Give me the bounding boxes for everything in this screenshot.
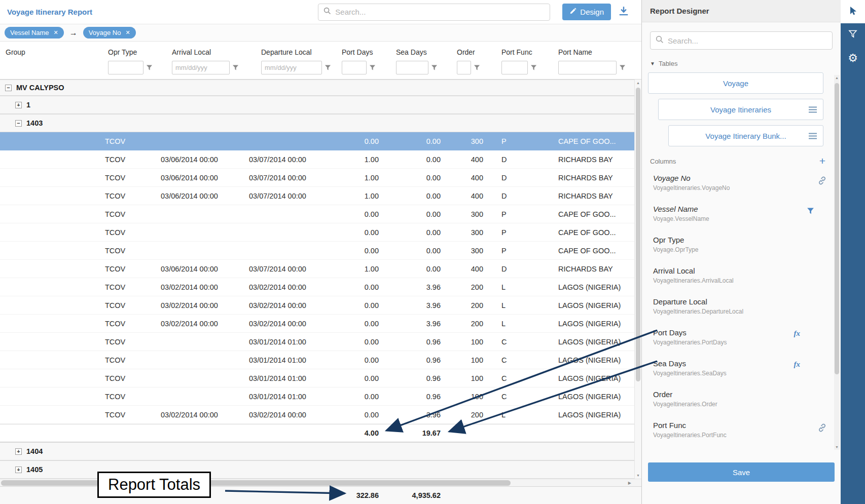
data-row[interactable]: TCOV03/01/2014 01:000.000.96100CLAGOS (N…	[0, 369, 635, 387]
scroll-down-icon[interactable]: ▼	[834, 445, 840, 449]
data-row[interactable]: TCOV03/02/2014 00:0003/02/2014 00:000.00…	[0, 278, 635, 296]
designer-column-port-func[interactable]: Port FuncVoyageItineraries.PortFunc	[642, 417, 841, 448]
data-row[interactable]: TCOV03/06/2014 00:0003/07/2014 00:001.00…	[0, 169, 635, 187]
column-header-port-func[interactable]: Port Func	[487, 48, 544, 56]
designer-column-port-days[interactable]: Port DaysVoyageItineraries.PortDaysfx	[642, 324, 841, 355]
designer-column-departure-local[interactable]: Departure LocalVoyageItineraries.Departu…	[642, 293, 841, 324]
data-row[interactable]: TCOV03/02/2014 00:0003/02/2014 00:000.00…	[0, 406, 635, 424]
data-row[interactable]: TCOV03/01/2014 01:000.000.96100CLAGOS (N…	[0, 387, 635, 406]
column-header-departure-local[interactable]: Departure Local	[246, 48, 338, 56]
designer-column-order[interactable]: OrderVoyageItineraries.Order	[642, 386, 841, 417]
column-filter-input-departure-local[interactable]	[261, 61, 322, 74]
column-header-arrival-local[interactable]: Arrival Local	[160, 48, 246, 56]
report-search-input[interactable]	[335, 8, 545, 16]
chip-remove-icon[interactable]: ✕	[54, 29, 58, 36]
column-header-port-name[interactable]: Port Name	[544, 48, 635, 56]
table-button-voyage[interactable]: Voyage	[648, 72, 823, 94]
data-row[interactable]: TCOV0.000.00300PCAPE OF GOO...	[0, 242, 635, 260]
data-row[interactable]: TCOV03/06/2014 00:0003/07/2014 00:001.00…	[0, 260, 635, 278]
column-filter-input-sea-days[interactable]	[396, 61, 428, 74]
column-header-order[interactable]: Order	[445, 48, 487, 56]
report-search-box[interactable]	[318, 4, 550, 21]
column-filter-input-order[interactable]	[457, 61, 471, 74]
vertical-scrollbar-thumb[interactable]	[636, 88, 640, 381]
designer-column-voyage-no[interactable]: Voyage NoVoyageItineraries.VoyageNo	[642, 170, 841, 201]
settings-tool-button[interactable]: ⚙	[841, 47, 865, 70]
column-filter-input-arrival-local[interactable]	[172, 61, 230, 74]
filter-funnel-icon[interactable]	[146, 64, 153, 71]
horizontal-scrollbar[interactable]: ▶	[0, 479, 641, 486]
designer-search-box[interactable]	[650, 31, 833, 50]
group-chip-vessel-name[interactable]: Vessel Name✕	[5, 27, 64, 38]
column-filter-input-port-name[interactable]	[558, 61, 617, 74]
data-row[interactable]: TCOV03/06/2014 00:0003/07/2014 00:001.00…	[0, 187, 635, 205]
pointer-tool-button[interactable]	[841, 0, 865, 23]
scroll-down-icon[interactable]: ▼	[635, 474, 641, 477]
column-filter-input-port-days[interactable]	[342, 61, 367, 74]
vertical-scrollbar[interactable]: ▲ ▼	[634, 80, 641, 479]
column-header-port-days[interactable]: Port Days	[338, 48, 383, 56]
expand-toggle-icon[interactable]: +	[15, 102, 22, 108]
filter-funnel-icon[interactable]	[325, 64, 331, 71]
group-row-mv-calypso[interactable]: −MV CALYPSO	[0, 80, 635, 96]
data-row[interactable]: TCOV0.000.00300PCAPE OF GOO...	[0, 205, 635, 223]
table-menu-icon[interactable]	[809, 106, 817, 113]
column-filter-input-opr-type[interactable]	[108, 61, 143, 74]
column-header-sea-days[interactable]: Sea Days	[383, 48, 445, 56]
group-row-1404[interactable]: +1404	[0, 442, 635, 460]
horizontal-scrollbar-thumb[interactable]	[1, 480, 511, 486]
designer-column-sea-days[interactable]: Sea DaysVoyageItineraries.SeaDaysfx	[642, 355, 841, 386]
cell: 300	[445, 247, 487, 255]
data-row[interactable]: TCOV0.000.00300PCAPE OF GOO...	[0, 223, 635, 242]
filter-funnel-icon[interactable]	[530, 64, 537, 71]
panel-scrollbar-thumb[interactable]	[835, 83, 839, 374]
data-row[interactable]: TCOV03/02/2014 00:0003/02/2014 00:000.00…	[0, 296, 635, 315]
expand-toggle-icon[interactable]: +	[15, 448, 22, 455]
group-label: MV CALYPSO	[16, 84, 64, 92]
download-button[interactable]	[618, 6, 629, 18]
column-header-group[interactable]: Group	[0, 48, 103, 56]
group-row-1403[interactable]: −1403	[0, 114, 635, 132]
save-button[interactable]: Save	[648, 462, 835, 482]
group-row-1405[interactable]: +1405	[0, 460, 635, 479]
design-button[interactable]: Design	[562, 4, 611, 20]
table-menu-icon[interactable]	[809, 133, 817, 139]
column-item-source: VoyageItineraries.Order	[653, 401, 817, 408]
designer-column-opr-type[interactable]: Opr TypeVoyage.OprType	[642, 231, 841, 262]
filter-cell-port-days	[338, 61, 383, 74]
filter-funnel-icon[interactable]	[807, 207, 814, 215]
group-chip-label: Vessel Name	[10, 29, 49, 36]
column-header-opr-type[interactable]: Opr Type	[103, 48, 160, 56]
filter-funnel-icon[interactable]	[431, 64, 438, 71]
group-chip-voyage-no[interactable]: Voyage No✕	[83, 27, 136, 38]
column-filter-input-port-func[interactable]	[501, 61, 528, 74]
filter-funnel-icon[interactable]	[619, 64, 626, 71]
filter-funnel-icon[interactable]	[369, 64, 376, 71]
table-button-voyage-itineraries[interactable]: Voyage Itineraries	[658, 99, 823, 120]
table-button-voyage-itinerary-bunk[interactable]: Voyage Itinerary Bunk...	[668, 125, 823, 146]
scroll-right-icon[interactable]: ▶	[628, 481, 631, 485]
expand-toggle-icon[interactable]: +	[15, 467, 22, 473]
scroll-up-icon[interactable]: ▲	[834, 76, 840, 80]
scroll-up-icon[interactable]: ▲	[635, 81, 641, 85]
collapse-triangle-icon[interactable]: ▼	[650, 61, 655, 66]
cell: 3.96	[383, 283, 445, 291]
designer-column-arrival-local[interactable]: Arrival LocalVoyageItineraries.ArrivalLo…	[642, 262, 841, 293]
data-row[interactable]: TCOV03/01/2014 01:000.000.96100CLAGOS (N…	[0, 333, 635, 351]
designer-column-vessel-name[interactable]: Vessel NameVoyage.VesselName	[642, 201, 841, 231]
tables-section-header[interactable]: ▼ Tables	[642, 55, 841, 71]
panel-scrollbar[interactable]: ▲ ▼	[834, 75, 840, 450]
data-row[interactable]: TCOV0.000.00300PCAPE OF GOO...	[0, 132, 635, 150]
data-row[interactable]: TCOV03/01/2014 01:000.000.96100CLAGOS (N…	[0, 351, 635, 369]
data-row[interactable]: TCOV03/06/2014 00:0003/07/2014 00:001.00…	[0, 150, 635, 169]
chip-remove-icon[interactable]: ✕	[125, 29, 130, 36]
filter-funnel-icon[interactable]	[232, 64, 239, 71]
filter-funnel-icon[interactable]	[474, 64, 480, 71]
group-row-1[interactable]: +1	[0, 96, 635, 114]
add-column-icon[interactable]: +	[819, 157, 825, 166]
data-row[interactable]: TCOV03/02/2014 00:0003/02/2014 00:000.00…	[0, 315, 635, 333]
collapse-toggle-icon[interactable]: −	[15, 120, 22, 127]
collapse-toggle-icon[interactable]: −	[5, 85, 12, 91]
filter-tool-button[interactable]	[841, 23, 865, 47]
designer-search-input[interactable]	[668, 36, 827, 45]
